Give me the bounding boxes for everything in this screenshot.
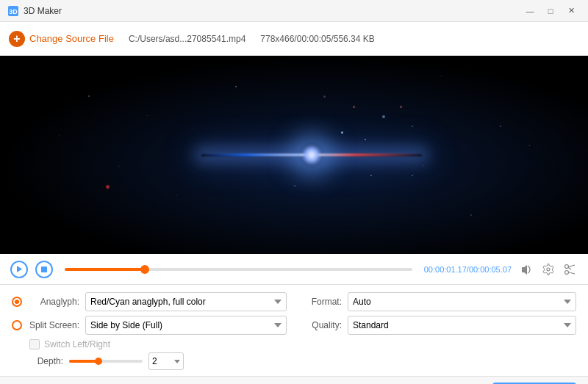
window-controls: — □ ✕: [520, 4, 581, 18]
change-source-button[interactable]: + Change Source File: [9, 31, 114, 47]
format-row: Format: Auto: [301, 292, 576, 311]
quality-row: Quality: Standard: [301, 316, 576, 335]
playback-controls: 00:00:01.17/00:00:05.07: [0, 254, 588, 285]
play-button[interactable]: [10, 261, 28, 278]
anaglyph-row: Anaglyph: Red/Cyan anaglyph, full color: [12, 292, 287, 311]
svg-point-5: [565, 264, 569, 268]
video-preview-area: [0, 56, 588, 254]
quality-select[interactable]: Standard: [348, 316, 576, 335]
svg-line-8: [568, 267, 571, 269]
depth-row: Depth: 2: [12, 352, 287, 370]
depth-slider-container: [69, 360, 143, 363]
anaglyph-radio[interactable]: [12, 297, 22, 307]
anaglyph-select[interactable]: Red/Cyan anaglyph, full color: [85, 292, 287, 311]
stop-button[interactable]: [35, 261, 53, 278]
title-bar: 3D 3D Maker — □ ✕: [0, 0, 588, 22]
svg-line-7: [568, 272, 575, 274]
save-bar: Save to: Generate 3D: [0, 376, 588, 384]
file-name: C:/Users/asd...27085541.mp4: [129, 34, 245, 44]
app-icon: 3D: [7, 5, 19, 17]
progress-bar[interactable]: [65, 268, 412, 271]
progress-fill: [65, 268, 145, 271]
svg-rect-3: [41, 267, 47, 272]
svg-text:3D: 3D: [9, 8, 18, 15]
close-button[interactable]: ✕: [562, 4, 581, 18]
switch-lr-label: Switch Left/Right: [44, 339, 110, 349]
light-burst-effect: [201, 126, 422, 184]
depth-select[interactable]: 2: [148, 352, 184, 370]
depth-label: Depth:: [12, 356, 63, 366]
svg-marker-2: [17, 266, 22, 272]
split-screen-label: Split Screen:: [28, 320, 79, 330]
settings-grid: Anaglyph: Red/Cyan anaglyph, full color …: [12, 292, 576, 370]
svg-line-6: [568, 265, 575, 267]
switch-lr-row: Switch Left/Right: [12, 339, 287, 349]
change-source-label: Change Source File: [29, 33, 114, 44]
depth-track[interactable]: [69, 360, 143, 363]
split-screen-row: Split Screen: Side by Side (Full): [12, 316, 287, 335]
depth-fill: [69, 360, 98, 363]
split-screen-radio[interactable]: [12, 320, 22, 330]
settings-icon[interactable]: [541, 262, 556, 277]
app-title: 3D Maker: [24, 6, 520, 16]
volume-icon[interactable]: [519, 262, 534, 277]
quality-label: Quality:: [301, 320, 342, 330]
maximize-button[interactable]: □: [541, 4, 560, 18]
cut-icon[interactable]: [563, 262, 578, 277]
minimize-button[interactable]: —: [520, 4, 539, 18]
progress-thumb[interactable]: [140, 265, 149, 274]
file-info: 778x466/00:00:05/556.34 KB: [260, 34, 374, 44]
svg-point-4: [565, 270, 569, 274]
switch-lr-checkbox[interactable]: [29, 339, 40, 349]
format-select[interactable]: Auto: [348, 292, 576, 311]
depth-thumb[interactable]: [95, 358, 102, 365]
anaglyph-label: Anaglyph:: [28, 297, 79, 307]
time-display: 00:00:01.17/00:00:05.07: [424, 265, 512, 274]
right-settings-column: Format: Auto Quality: Standard: [301, 292, 576, 370]
left-settings-column: Anaglyph: Red/Cyan anaglyph, full color …: [12, 292, 287, 370]
settings-panel: Anaglyph: Red/Cyan anaglyph, full color …: [0, 285, 588, 376]
split-screen-select[interactable]: Side by Side (Full): [85, 316, 287, 335]
add-icon: +: [9, 31, 25, 47]
toolbar: + Change Source File C:/Users/asd...2708…: [0, 22, 588, 56]
format-label: Format:: [301, 297, 342, 307]
